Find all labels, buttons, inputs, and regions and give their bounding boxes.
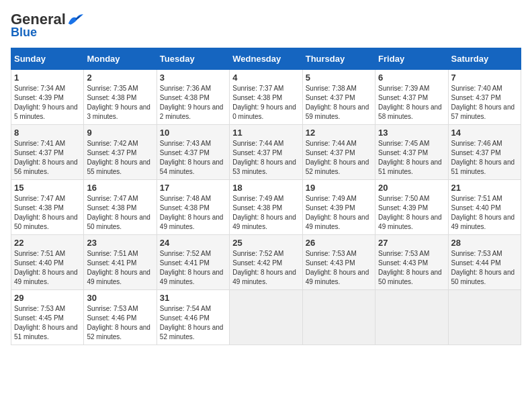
day-info: Sunrise: 7:53 AMSunset: 4:43 PMDaylight:… [378,249,445,287]
calendar-cell: 12Sunrise: 7:44 AMSunset: 4:37 PMDayligh… [302,125,375,180]
day-info: Sunrise: 7:49 AMSunset: 4:39 PMDaylight:… [306,194,372,232]
day-info: Sunrise: 7:54 AMSunset: 4:46 PMDaylight:… [160,304,226,342]
calendar-week-row: 1Sunrise: 7:34 AMSunset: 4:39 PMDaylight… [11,70,521,125]
calendar-header-row: SundayMondayTuesdayWednesdayThursdayFrid… [11,48,521,70]
calendar-cell: 2Sunrise: 7:35 AMSunset: 4:38 PMDaylight… [84,70,157,125]
day-number: 13 [378,128,445,138]
header-friday: Friday [375,48,448,70]
calendar-cell: 19Sunrise: 7:49 AMSunset: 4:39 PMDayligh… [302,180,375,235]
day-info: Sunrise: 7:46 AMSunset: 4:37 PMDaylight:… [451,139,518,177]
calendar-cell: 5Sunrise: 7:38 AMSunset: 4:37 PMDaylight… [302,70,375,125]
header-tuesday: Tuesday [157,48,229,70]
day-number: 31 [160,293,226,303]
calendar-cell: 9Sunrise: 7:42 AMSunset: 4:37 PMDaylight… [84,125,157,180]
calendar-cell: 25Sunrise: 7:52 AMSunset: 4:42 PMDayligh… [230,235,302,290]
calendar-cell: 30Sunrise: 7:53 AMSunset: 4:46 PMDayligh… [84,290,157,345]
calendar-cell: 21Sunrise: 7:51 AMSunset: 4:40 PMDayligh… [448,180,521,235]
day-info: Sunrise: 7:36 AMSunset: 4:38 PMDaylight:… [160,84,226,122]
day-number: 25 [232,238,299,248]
day-info: Sunrise: 7:34 AMSunset: 4:39 PMDaylight:… [14,84,81,122]
calendar-cell: 8Sunrise: 7:41 AMSunset: 4:37 PMDaylight… [11,125,84,180]
day-number: 7 [451,73,518,83]
calendar-cell [302,290,375,345]
day-number: 3 [160,73,226,83]
calendar-cell: 27Sunrise: 7:53 AMSunset: 4:43 PMDayligh… [375,235,448,290]
day-info: Sunrise: 7:45 AMSunset: 4:37 PMDaylight:… [378,139,445,177]
day-number: 17 [160,183,226,193]
day-number: 18 [232,183,299,193]
calendar-cell: 13Sunrise: 7:45 AMSunset: 4:37 PMDayligh… [375,125,448,180]
day-number: 28 [451,238,518,248]
day-info: Sunrise: 7:47 AMSunset: 4:38 PMDaylight:… [14,194,81,232]
calendar-cell: 20Sunrise: 7:50 AMSunset: 4:39 PMDayligh… [375,180,448,235]
calendar-cell [375,290,448,345]
day-number: 30 [87,293,153,303]
day-info: Sunrise: 7:47 AMSunset: 4:38 PMDaylight:… [87,194,153,232]
day-info: Sunrise: 7:51 AMSunset: 4:41 PMDaylight:… [87,249,153,287]
calendar-week-row: 15Sunrise: 7:47 AMSunset: 4:38 PMDayligh… [11,180,521,235]
day-number: 24 [160,238,226,248]
day-number: 8 [14,128,81,138]
calendar-cell: 17Sunrise: 7:48 AMSunset: 4:38 PMDayligh… [157,180,229,235]
header-sunday: Sunday [11,48,84,70]
day-number: 2 [87,73,153,83]
day-info: Sunrise: 7:52 AMSunset: 4:41 PMDaylight:… [160,249,226,287]
day-number: 4 [232,73,299,83]
header-wednesday: Wednesday [230,48,302,70]
day-info: Sunrise: 7:37 AMSunset: 4:38 PMDaylight:… [232,84,299,122]
calendar-table: SundayMondayTuesdayWednesdayThursdayFrid… [11,48,521,345]
calendar-cell: 4Sunrise: 7:37 AMSunset: 4:38 PMDaylight… [230,70,302,125]
day-number: 12 [306,128,372,138]
calendar-week-row: 8Sunrise: 7:41 AMSunset: 4:37 PMDaylight… [11,125,521,180]
day-number: 1 [14,73,81,83]
day-info: Sunrise: 7:35 AMSunset: 4:38 PMDaylight:… [87,84,153,122]
logo-bird-icon [67,13,83,26]
calendar-cell: 11Sunrise: 7:44 AMSunset: 4:37 PMDayligh… [230,125,302,180]
day-info: Sunrise: 7:48 AMSunset: 4:38 PMDaylight:… [160,194,226,232]
day-info: Sunrise: 7:41 AMSunset: 4:37 PMDaylight:… [14,139,81,177]
calendar-cell: 14Sunrise: 7:46 AMSunset: 4:37 PMDayligh… [448,125,521,180]
calendar-cell: 23Sunrise: 7:51 AMSunset: 4:41 PMDayligh… [84,235,157,290]
day-number: 21 [451,183,518,193]
day-info: Sunrise: 7:53 AMSunset: 4:46 PMDaylight:… [87,304,153,342]
day-info: Sunrise: 7:51 AMSunset: 4:40 PMDaylight:… [14,249,81,287]
day-info: Sunrise: 7:43 AMSunset: 4:37 PMDaylight:… [160,139,226,177]
day-number: 19 [306,183,372,193]
calendar-cell: 10Sunrise: 7:43 AMSunset: 4:37 PMDayligh… [157,125,229,180]
calendar-cell: 22Sunrise: 7:51 AMSunset: 4:40 PMDayligh… [11,235,84,290]
calendar-cell: 7Sunrise: 7:40 AMSunset: 4:37 PMDaylight… [448,70,521,125]
calendar-cell: 6Sunrise: 7:39 AMSunset: 4:37 PMDaylight… [375,70,448,125]
calendar-week-row: 29Sunrise: 7:53 AMSunset: 4:45 PMDayligh… [11,290,521,345]
day-info: Sunrise: 7:52 AMSunset: 4:42 PMDaylight:… [232,249,299,287]
calendar-cell: 24Sunrise: 7:52 AMSunset: 4:41 PMDayligh… [157,235,229,290]
day-info: Sunrise: 7:51 AMSunset: 4:40 PMDaylight:… [451,194,518,232]
day-number: 20 [378,183,445,193]
day-info: Sunrise: 7:40 AMSunset: 4:37 PMDaylight:… [451,84,518,122]
calendar-cell: 29Sunrise: 7:53 AMSunset: 4:45 PMDayligh… [11,290,84,345]
day-number: 9 [87,128,153,138]
calendar-cell: 16Sunrise: 7:47 AMSunset: 4:38 PMDayligh… [84,180,157,235]
day-number: 15 [14,183,81,193]
day-number: 22 [14,238,81,248]
calendar-cell: 18Sunrise: 7:49 AMSunset: 4:38 PMDayligh… [230,180,302,235]
day-number: 16 [87,183,153,193]
day-info: Sunrise: 7:44 AMSunset: 4:37 PMDaylight:… [306,139,372,177]
logo: General Blue [11,11,83,40]
day-info: Sunrise: 7:53 AMSunset: 4:44 PMDaylight:… [451,249,518,287]
calendar-cell [230,290,302,345]
calendar-cell: 26Sunrise: 7:53 AMSunset: 4:43 PMDayligh… [302,235,375,290]
calendar-cell: 15Sunrise: 7:47 AMSunset: 4:38 PMDayligh… [11,180,84,235]
calendar-cell: 3Sunrise: 7:36 AMSunset: 4:38 PMDaylight… [157,70,229,125]
day-info: Sunrise: 7:50 AMSunset: 4:39 PMDaylight:… [378,194,445,232]
day-info: Sunrise: 7:42 AMSunset: 4:37 PMDaylight:… [87,139,153,177]
day-info: Sunrise: 7:53 AMSunset: 4:43 PMDaylight:… [306,249,372,287]
day-number: 23 [87,238,153,248]
day-number: 6 [378,73,445,83]
day-number: 26 [306,238,372,248]
header-saturday: Saturday [448,48,521,70]
calendar-cell: 28Sunrise: 7:53 AMSunset: 4:44 PMDayligh… [448,235,521,290]
day-info: Sunrise: 7:44 AMSunset: 4:37 PMDaylight:… [232,139,299,177]
calendar-cell: 1Sunrise: 7:34 AMSunset: 4:39 PMDaylight… [11,70,84,125]
header: General Blue [11,11,521,40]
day-number: 10 [160,128,226,138]
